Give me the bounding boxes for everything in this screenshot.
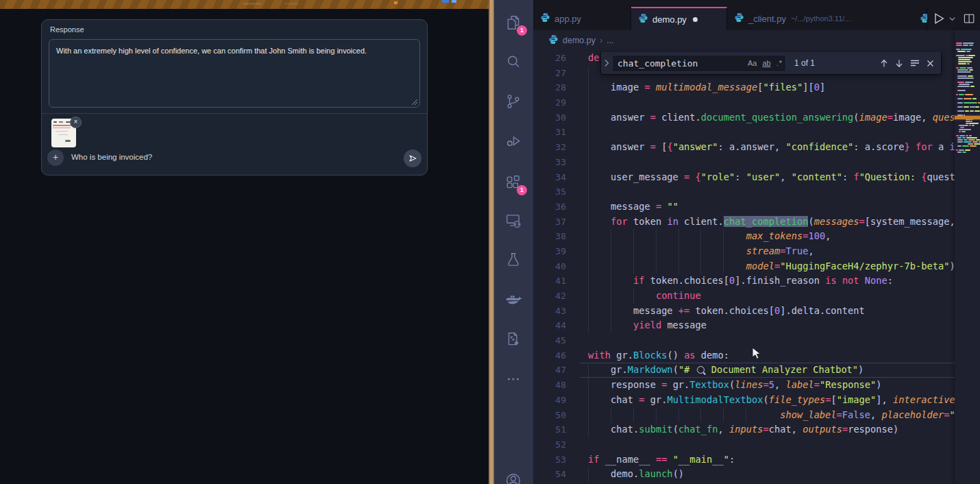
line-content[interactable]: if token.choices[0].finish_reason is not… <box>580 274 955 289</box>
match-case-button[interactable]: Aa <box>748 59 757 67</box>
resize-handle-icon[interactable] <box>411 99 418 106</box>
line-content[interactable]: answer = [{"answer": a.answer, "confiden… <box>580 140 955 155</box>
whole-word-button[interactable]: ab <box>762 59 770 67</box>
code-line[interactable]: 42 continue <box>533 289 955 304</box>
explorer-icon[interactable]: 1 <box>504 14 524 33</box>
code-line[interactable]: 46with gr.Blocks() as demo: <box>533 348 955 363</box>
code-line[interactable]: 54 demo.launch() <box>533 467 955 482</box>
line-content[interactable] <box>580 95 955 110</box>
code-line[interactable]: 33 <box>533 155 955 170</box>
breadcrumb-file[interactable]: demo.py <box>563 36 596 45</box>
line-content[interactable]: show_label=False, placeholder="Upload an… <box>580 408 955 423</box>
code-line[interactable]: 47 gr.Markdown("# Document Analyzer Chat… <box>533 363 955 378</box>
pane-divider[interactable] <box>489 0 494 484</box>
code-line[interactable]: 28 image = multimodal_message["files"][0… <box>533 80 955 95</box>
line-number: 53 <box>533 452 580 468</box>
extensions-icon[interactable]: 1 <box>504 173 524 193</box>
line-content[interactable]: answer = client.document_question_answer… <box>580 110 955 125</box>
code-line[interactable]: 37 for token in client.chat_completion(m… <box>533 215 955 230</box>
tab-_client.py[interactable]: _client.py~/.../python3.11/... <box>727 7 927 30</box>
code-line[interactable]: 49 chat = gr.MultimodalTextbox(file_type… <box>533 393 955 408</box>
line-content[interactable] <box>580 125 955 140</box>
find-input[interactable]: chat_completion Aa ab .* <box>612 55 786 72</box>
line-content[interactable]: response = gr.Textbox(lines=5, label="Re… <box>580 378 955 393</box>
close-find-button[interactable] <box>927 60 934 67</box>
line-content[interactable]: model="HuggingFaceH4/zephyr-7b-beta") <box>580 259 955 274</box>
tab-app.py[interactable]: app.py <box>533 7 631 30</box>
split-editor-button[interactable] <box>963 12 976 25</box>
next-match-button[interactable] <box>895 59 903 68</box>
code-line[interactable]: 50 show_label=False, placeholder="Upload… <box>533 408 955 423</box>
indent-guide <box>588 289 589 304</box>
more-icon[interactable] <box>504 370 524 389</box>
code-line[interactable]: 32 answer = [{"answer": a.answer, "confi… <box>533 140 955 155</box>
send-button[interactable] <box>404 149 421 167</box>
find-in-selection-button[interactable] <box>910 59 920 67</box>
line-content[interactable]: message = "" <box>580 199 955 215</box>
file-settings-icon[interactable] <box>504 330 524 350</box>
breadcrumb[interactable]: demo.py › ... <box>533 30 980 50</box>
tab-demo.py[interactable]: demo.py <box>631 7 727 30</box>
account-icon[interactable] <box>504 472 524 484</box>
line-content[interactable]: chat.submit(chat_fn, inputs=chat, output… <box>580 422 955 437</box>
search-icon[interactable] <box>504 53 524 72</box>
code-line[interactable]: 36 message = "" <box>533 199 955 215</box>
line-number: 29 <box>533 95 580 110</box>
code-line[interactable]: 30 answer = client.document_question_ans… <box>533 110 955 125</box>
code-line[interactable]: 39 stream=True, <box>533 244 955 259</box>
code-line[interactable]: 43 message += token.choices[0].delta.con… <box>533 304 955 319</box>
code-line[interactable]: 29 <box>533 95 955 110</box>
code-line[interactable]: 35 <box>533 184 955 199</box>
line-content[interactable] <box>580 333 955 348</box>
code-line[interactable]: 38 max_tokens=100, <box>533 229 955 244</box>
chat-input[interactable]: Who is being invoiced? <box>71 153 152 161</box>
code-line[interactable]: 31 <box>533 125 955 140</box>
run-debug-icon[interactable] <box>504 132 524 152</box>
remote-explorer-icon[interactable] <box>504 212 524 231</box>
line-content[interactable]: continue <box>580 289 955 304</box>
run-button[interactable] <box>932 12 946 25</box>
testing-icon[interactable] <box>504 251 524 270</box>
python-icon <box>734 12 744 25</box>
line-content[interactable]: with gr.Blocks() as demo: <box>580 348 955 363</box>
add-file-button[interactable]: + <box>47 149 64 166</box>
code-line[interactable]: 45 <box>533 333 955 348</box>
line-content[interactable]: user_message = {"role": "user", "content… <box>580 170 955 185</box>
code-line[interactable]: 51 chat.submit(chat_fn, inputs=chat, out… <box>533 422 955 437</box>
code-line[interactable]: 40 model="HuggingFaceH4/zephyr-7b-beta") <box>533 259 955 274</box>
line-content[interactable]: if __name__ == "__main__": <box>580 452 955 468</box>
code-line[interactable]: 41 if token.choices[0].finish_reason is … <box>533 274 955 289</box>
line-content[interactable]: image = multimodal_message["files"][0] <box>580 80 955 95</box>
line-content[interactable] <box>580 155 955 170</box>
code-line[interactable]: 52 <box>533 437 955 452</box>
remove-attachment-button[interactable]: × <box>70 117 82 128</box>
response-text: With an extremely high level of confiden… <box>49 40 419 62</box>
docker-icon[interactable] <box>504 291 524 310</box>
code-editor[interactable]: 26def chat_fn(multimodal_message):2728 i… <box>533 51 955 484</box>
regex-button[interactable]: .* <box>776 59 783 67</box>
line-content[interactable]: chat = gr.MultimodalTextbox(file_types=[… <box>580 393 955 408</box>
code-line[interactable]: 53if __name__ == "__main__": <box>533 452 955 468</box>
breadcrumb-symbol[interactable]: ... <box>607 36 613 45</box>
code-line[interactable]: 48 response = gr.Textbox(lines=5, label=… <box>533 378 955 393</box>
source-control-icon[interactable] <box>504 93 524 112</box>
line-content[interactable] <box>580 184 955 199</box>
line-content[interactable] <box>580 437 955 452</box>
minimap-line <box>969 123 979 124</box>
line-content[interactable]: message += token.choices[0].delta.conten… <box>580 304 955 319</box>
current-line-content[interactable]: gr.Markdown("# Document Analyzer Chatbot… <box>580 363 955 378</box>
line-content[interactable]: stream=True, <box>580 244 955 259</box>
response-textarea[interactable]: With an extremely high level of confiden… <box>49 39 420 108</box>
line-content[interactable]: demo.launch() <box>580 467 955 482</box>
code-line[interactable]: 34 user_message = {"role": "user", "cont… <box>533 170 955 185</box>
line-content[interactable]: for token in client.chat_completion(mess… <box>580 215 955 230</box>
line-content[interactable]: yield message <box>580 318 955 333</box>
prev-match-button[interactable] <box>880 59 888 68</box>
minimap[interactable] <box>955 30 980 484</box>
line-content[interactable]: max_tokens=100, <box>580 229 955 244</box>
code-line[interactable]: 44 yield message <box>533 318 955 333</box>
window-topbar <box>0 0 489 9</box>
run-dropdown-button[interactable] <box>948 15 956 23</box>
toggle-replace-button[interactable] <box>601 52 612 74</box>
attachment-thumbnail[interactable]: × <box>51 119 76 147</box>
